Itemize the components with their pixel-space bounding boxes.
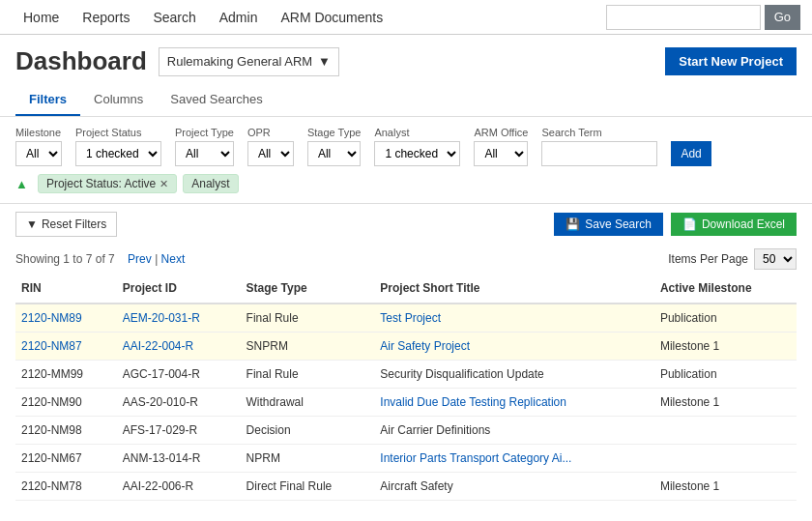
analyst-select[interactable]: 1 checked bbox=[374, 141, 460, 166]
cell-rin: 2120-NM87 bbox=[15, 333, 117, 361]
nav-admin[interactable]: Admin bbox=[208, 2, 270, 33]
cell-active-milestone bbox=[654, 417, 797, 445]
arm-dropdown-label: Rulemaking General ARM bbox=[167, 54, 312, 69]
nav-search-area: Go bbox=[606, 5, 800, 30]
cell-stage-type: NPRM bbox=[241, 445, 375, 473]
title-link[interactable]: Invalid Due Date Testing Replication bbox=[380, 395, 566, 409]
filters-area: Milestone All Project Status 1 checked P… bbox=[0, 117, 812, 204]
showing-text: Showing 1 to 7 of 7 bbox=[15, 252, 115, 266]
start-new-project-button[interactable]: Start New Project bbox=[665, 47, 797, 75]
cell-stage-type: Direct Final Rule bbox=[241, 473, 375, 501]
toolbar: ▼ Reset Filters 💾 Save Search 📄 Download… bbox=[0, 204, 812, 245]
active-filter-project-status: Project Status: Active ✕ bbox=[38, 174, 177, 193]
milestone-select[interactable]: All bbox=[15, 141, 62, 166]
col-stage-type: Stage Type bbox=[241, 274, 375, 304]
cell-active-milestone: Publication bbox=[654, 361, 797, 389]
filter-badge-text: Project Status: Active bbox=[46, 177, 156, 190]
toolbar-right: 💾 Save Search 📄 Download Excel bbox=[554, 213, 797, 236]
download-excel-button[interactable]: 📄 Download Excel bbox=[671, 213, 797, 236]
search-term-input[interactable] bbox=[541, 141, 657, 166]
opr-select[interactable]: All bbox=[247, 141, 294, 166]
cell-active-milestone: Publication bbox=[654, 304, 797, 333]
cell-project-id: AFS-17-029-R bbox=[117, 417, 241, 445]
cell-rin: 2120-NM67 bbox=[15, 445, 117, 473]
active-filters: ▲ Project Status: Active ✕ Analyst bbox=[15, 174, 797, 193]
cell-project-id: ANM-13-014-R bbox=[117, 445, 241, 473]
arm-office-select[interactable]: All bbox=[474, 141, 528, 166]
project-type-label: Project Type bbox=[175, 127, 234, 138]
cell-project-id: AAS-20-010-R bbox=[117, 389, 241, 417]
cell-short-title: Security Disqualification Update bbox=[374, 361, 654, 389]
project-status-select[interactable]: 1 checked bbox=[75, 141, 161, 166]
prev-link[interactable]: Prev bbox=[128, 252, 152, 266]
cell-rin: 2120-NM98 bbox=[15, 417, 117, 445]
reset-filters-button[interactable]: ▼ Reset Filters bbox=[15, 212, 117, 237]
table-row: 2120-NM90AAS-20-010-RWithdrawalInvalid D… bbox=[15, 389, 797, 417]
save-search-button[interactable]: 💾 Save Search bbox=[554, 213, 663, 236]
stage-type-select[interactable]: All bbox=[307, 141, 361, 166]
global-search-button[interactable]: Go bbox=[765, 5, 800, 30]
cell-project-id: AGC-17-004-R bbox=[117, 361, 241, 389]
cell-short-title: Test Project bbox=[374, 304, 654, 333]
results-table: RIN Project ID Stage Type Project Short … bbox=[15, 274, 797, 501]
milestone-label: Milestone bbox=[15, 127, 62, 138]
project-id-link[interactable]: AEM-20-031-R bbox=[123, 311, 200, 325]
filter-icon: ▼ bbox=[26, 217, 38, 231]
nav-arm-documents[interactable]: ARM Documents bbox=[269, 2, 394, 33]
tab-columns[interactable]: Columns bbox=[80, 84, 157, 116]
tab-filters[interactable]: Filters bbox=[15, 84, 80, 116]
cell-rin: 2120-MM99 bbox=[15, 361, 117, 389]
cell-active-milestone: Milestone 1 bbox=[654, 389, 797, 417]
title-link[interactable]: Interior Parts Transport Category Ai... bbox=[380, 451, 571, 465]
save-search-label: Save Search bbox=[585, 217, 652, 231]
tab-saved-searches[interactable]: Saved Searches bbox=[157, 84, 276, 116]
arm-dropdown[interactable]: Rulemaking General ARM ▼ bbox=[159, 47, 339, 76]
table-row: 2120-MM99AGC-17-004-RFinal RuleSecurity … bbox=[15, 361, 797, 389]
table-row: 2120-NM87AAI-22-004-RSNPRMAir Safety Pro… bbox=[15, 333, 797, 361]
cell-project-id: AAI-22-004-R bbox=[117, 333, 241, 361]
table-body: 2120-NM89AEM-20-031-RFinal RuleTest Proj… bbox=[15, 304, 797, 501]
rin-link[interactable]: 2120-NM89 bbox=[21, 311, 82, 325]
page-header: Dashboard Rulemaking General ARM ▼ Start… bbox=[0, 35, 812, 84]
title-link[interactable]: Air Safety Project bbox=[380, 339, 470, 353]
title-link[interactable]: Test Project bbox=[380, 311, 441, 325]
filter-badge-analyst-text: Analyst bbox=[191, 177, 229, 190]
nav-search[interactable]: Search bbox=[141, 2, 207, 33]
project-status-label: Project Status bbox=[75, 127, 161, 138]
remove-filter-icon[interactable]: ✕ bbox=[160, 178, 168, 190]
cell-short-title: Aircraft Safety bbox=[374, 473, 654, 501]
filter-arrow-icon: ▲ bbox=[15, 177, 28, 191]
filter-arm-office: ARM Office All bbox=[474, 127, 528, 166]
pagination-row: Showing 1 to 7 of 7 Prev | Next Items Pe… bbox=[0, 245, 812, 274]
rin-link[interactable]: 2120-NM87 bbox=[21, 339, 82, 353]
opr-label: OPR bbox=[247, 127, 294, 138]
col-rin: RIN bbox=[15, 274, 117, 304]
filter-row: Milestone All Project Status 1 checked P… bbox=[15, 127, 797, 166]
tabs-bar: Filters Columns Saved Searches bbox=[0, 84, 812, 117]
project-type-select[interactable]: All bbox=[175, 141, 234, 166]
cell-active-milestone bbox=[654, 445, 797, 473]
cell-rin: 2120-NM90 bbox=[15, 389, 117, 417]
cell-stage-type: Final Rule bbox=[241, 304, 375, 333]
excel-icon: 📄 bbox=[682, 217, 697, 231]
page-title: Dashboard bbox=[15, 46, 147, 76]
navbar: Home Reports Search Admin ARM Documents … bbox=[0, 0, 812, 35]
add-filter-button[interactable]: Add bbox=[671, 141, 710, 166]
stage-type-label: Stage Type bbox=[307, 127, 361, 138]
next-link[interactable]: Next bbox=[161, 252, 186, 266]
cell-stage-type: Decision bbox=[241, 417, 375, 445]
filter-project-type: Project Type All bbox=[175, 127, 234, 166]
filter-project-status: Project Status 1 checked bbox=[75, 127, 161, 166]
items-per-page-select[interactable]: 50 bbox=[754, 248, 797, 270]
cell-project-id: AAI-22-006-R bbox=[117, 473, 241, 501]
col-short-title: Project Short Title bbox=[374, 274, 654, 304]
nav-reports[interactable]: Reports bbox=[71, 2, 141, 33]
project-id-link[interactable]: AAI-22-004-R bbox=[123, 339, 193, 353]
global-search-input[interactable] bbox=[606, 5, 761, 30]
cell-active-milestone: Milestone 1 bbox=[654, 473, 797, 501]
cell-short-title: Air Carrier Definitions bbox=[374, 417, 654, 445]
chevron-down-icon: ▼ bbox=[318, 54, 331, 69]
table-row: 2120-NM89AEM-20-031-RFinal RuleTest Proj… bbox=[15, 304, 797, 333]
nav-home[interactable]: Home bbox=[12, 2, 71, 33]
pagination-right: Items Per Page 50 bbox=[668, 248, 797, 270]
